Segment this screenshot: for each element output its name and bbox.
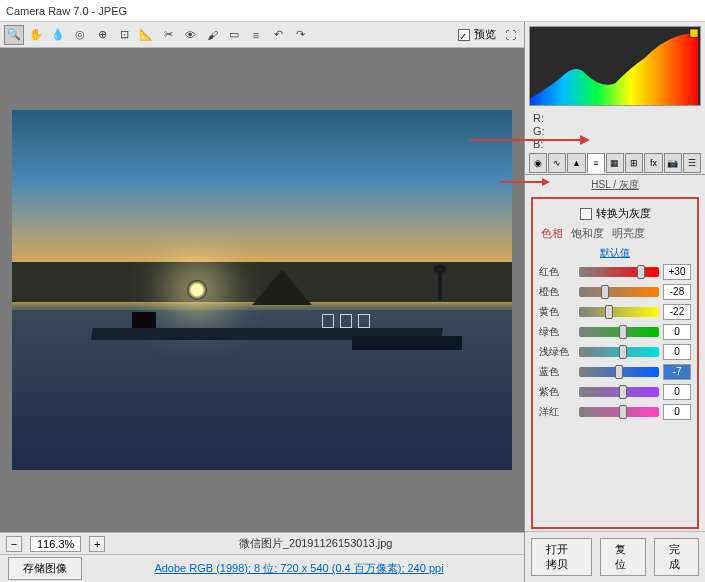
slider-value[interactable]: -7 — [663, 364, 691, 380]
slider-label: 橙色 — [539, 285, 575, 299]
zoom-tool-icon[interactable]: 🔍 — [4, 25, 24, 45]
tab-saturation[interactable]: 饱和度 — [571, 226, 604, 241]
panel-title: HSL / 灰度 — [525, 175, 705, 195]
rotate-ccw-icon[interactable]: ↶ — [268, 25, 288, 45]
canvas-area[interactable] — [0, 48, 524, 532]
rotate-cw-icon[interactable]: ↷ — [290, 25, 310, 45]
preview-label: 预览 — [474, 27, 496, 42]
slider-thumb[interactable] — [601, 285, 609, 299]
tab-lens-icon[interactable]: ⊞ — [625, 153, 643, 173]
title-bar: Camera Raw 7.0 - JPEG — [0, 0, 705, 22]
tab-luminance[interactable]: 明亮度 — [612, 226, 645, 241]
bottom-bar: 存储图像 Adobe RGB (1998); 8 位; 720 x 540 (0… — [0, 554, 524, 582]
filename-label: 微信图片_20191126153013.jpg — [113, 536, 518, 551]
slider-label: 浅绿色 — [539, 345, 575, 359]
slider-thumb[interactable] — [605, 305, 613, 319]
tab-detail-icon[interactable]: ▲ — [567, 153, 585, 173]
tab-hsl-icon[interactable]: ≡ — [587, 153, 605, 173]
tab-camera-icon[interactable]: 📷 — [664, 153, 682, 173]
save-image-button[interactable]: 存储图像 — [8, 557, 82, 580]
grayscale-label: 转换为灰度 — [596, 206, 651, 221]
slider-track[interactable] — [579, 327, 659, 337]
tab-hue[interactable]: 色相 — [541, 226, 563, 241]
slider-thumb[interactable] — [619, 325, 627, 339]
slider-thumb[interactable] — [619, 405, 627, 419]
slider-label: 蓝色 — [539, 365, 575, 379]
tab-fx-icon[interactable]: fx — [644, 153, 662, 173]
tab-curve-icon[interactable]: ∿ — [548, 153, 566, 173]
spot-removal-icon[interactable]: ✂ — [158, 25, 178, 45]
zoom-in-button[interactable]: + — [89, 536, 105, 552]
slider-value[interactable]: +30 — [663, 264, 691, 280]
slider-value[interactable]: 0 — [663, 324, 691, 340]
slider-thumb[interactable] — [615, 365, 623, 379]
adjustment-brush-icon[interactable]: 🖌 — [202, 25, 222, 45]
tab-basic-icon[interactable]: ◉ — [529, 153, 547, 173]
photo-preview — [12, 110, 512, 470]
status-bar: − 116.3% + 微信图片_20191126153013.jpg — [0, 532, 524, 554]
target-adjust-icon[interactable]: ⊕ — [92, 25, 112, 45]
slider-thumb[interactable] — [637, 265, 645, 279]
slider-thumb[interactable] — [619, 385, 627, 399]
grayscale-checkbox[interactable] — [580, 208, 592, 220]
slider-row-5: 蓝色 -7 — [537, 363, 693, 381]
slider-thumb[interactable] — [619, 345, 627, 359]
slider-row-4: 浅绿色 0 — [537, 343, 693, 361]
slider-value[interactable]: -28 — [663, 284, 691, 300]
slider-label: 红色 — [539, 265, 575, 279]
crop-tool-icon[interactable]: ⊡ — [114, 25, 134, 45]
slider-track[interactable] — [579, 347, 659, 357]
slider-value[interactable]: 0 — [663, 344, 691, 360]
reset-button[interactable]: 复位 — [600, 538, 646, 576]
slider-label: 洋红 — [539, 405, 575, 419]
slider-track[interactable] — [579, 287, 659, 297]
histogram[interactable] — [529, 26, 701, 106]
rgb-readout: R:G:B: — [525, 110, 705, 153]
slider-value[interactable]: -22 — [663, 304, 691, 320]
tab-presets-icon[interactable]: ☰ — [683, 153, 701, 173]
preview-checkbox[interactable] — [458, 29, 470, 41]
slider-track[interactable] — [579, 407, 659, 417]
graduated-filter-icon[interactable]: ▭ — [224, 25, 244, 45]
straighten-icon[interactable]: 📐 — [136, 25, 156, 45]
open-copy-button[interactable]: 打开拷贝 — [531, 538, 592, 576]
toolbar: 🔍 ✋ 💧 ◎ ⊕ ⊡ 📐 ✂ 👁 🖌 ▭ ≡ ↶ ↷ 预览 ⛶ — [0, 22, 524, 48]
zoom-level[interactable]: 116.3% — [30, 536, 81, 552]
slider-row-2: 黄色 -22 — [537, 303, 693, 321]
svg-rect-0 — [690, 29, 698, 37]
done-button[interactable]: 完成 — [654, 538, 700, 576]
window-title: Camera Raw 7.0 - JPEG — [6, 5, 127, 17]
slider-track[interactable] — [579, 367, 659, 377]
slider-row-1: 橙色 -28 — [537, 283, 693, 301]
slider-track[interactable] — [579, 387, 659, 397]
slider-row-3: 绿色 0 — [537, 323, 693, 341]
hsl-panel: 转换为灰度 色相 饱和度 明亮度 默认值 红色 +30橙色 -28黄色 -22绿… — [531, 197, 699, 529]
zoom-out-button[interactable]: − — [6, 536, 22, 552]
adjustment-panel-tabs: ◉ ∿ ▲ ≡ ▦ ⊞ fx 📷 ☰ — [525, 153, 705, 175]
slider-label: 黄色 — [539, 305, 575, 319]
color-sampler-icon[interactable]: ◎ — [70, 25, 90, 45]
slider-track[interactable] — [579, 307, 659, 317]
tab-split-icon[interactable]: ▦ — [606, 153, 624, 173]
slider-label: 紫色 — [539, 385, 575, 399]
hand-tool-icon[interactable]: ✋ — [26, 25, 46, 45]
slider-row-0: 红色 +30 — [537, 263, 693, 281]
slider-track[interactable] — [579, 267, 659, 277]
slider-label: 绿色 — [539, 325, 575, 339]
slider-value[interactable]: 0 — [663, 384, 691, 400]
slider-row-6: 紫色 0 — [537, 383, 693, 401]
default-values-link[interactable]: 默认值 — [537, 243, 693, 263]
fullscreen-icon[interactable]: ⛶ — [500, 25, 520, 45]
white-balance-icon[interactable]: 💧 — [48, 25, 68, 45]
metadata-link[interactable]: Adobe RGB (1998); 8 位; 720 x 540 (0.4 百万… — [82, 561, 516, 576]
slider-row-7: 洋红 0 — [537, 403, 693, 421]
redeye-icon[interactable]: 👁 — [180, 25, 200, 45]
prefs-icon[interactable]: ≡ — [246, 25, 266, 45]
slider-value[interactable]: 0 — [663, 404, 691, 420]
